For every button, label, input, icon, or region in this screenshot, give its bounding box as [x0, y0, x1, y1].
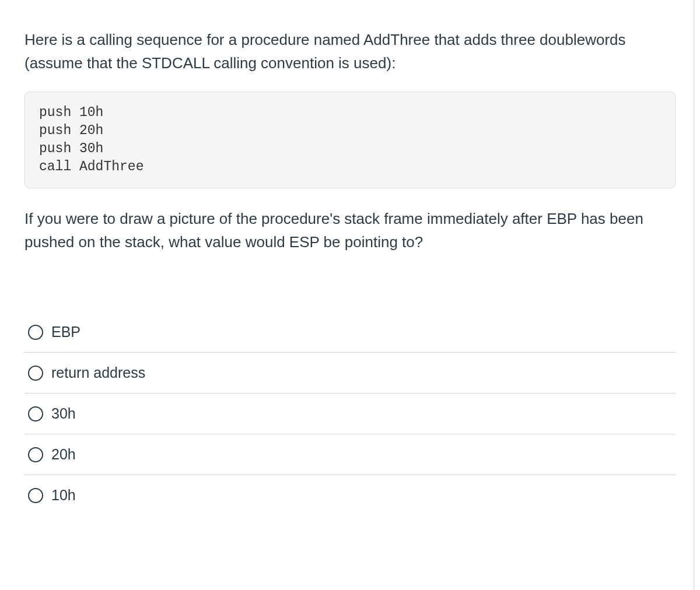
radio-icon[interactable]: [28, 325, 43, 340]
options-list: EBP return address 30h 20h 10h: [24, 312, 676, 515]
code-block: push 10h push 20h push 30h call AddThree: [24, 92, 676, 188]
option-label: return address: [51, 364, 145, 381]
option-label: 30h: [51, 405, 76, 422]
option-row[interactable]: return address: [24, 353, 676, 394]
option-row[interactable]: EBP: [24, 312, 676, 353]
question-intro: Here is a calling sequence for a procedu…: [24, 28, 676, 75]
option-row[interactable]: 30h: [24, 394, 676, 434]
radio-icon[interactable]: [28, 406, 43, 422]
option-row[interactable]: 20h: [24, 434, 676, 475]
option-label: 20h: [51, 446, 76, 463]
radio-icon[interactable]: [28, 488, 43, 503]
option-label: EBP: [51, 324, 80, 340]
option-label: 10h: [51, 487, 76, 504]
question-prompt: If you were to draw a picture of the pro…: [24, 207, 676, 254]
radio-icon[interactable]: [28, 366, 43, 381]
radio-icon[interactable]: [28, 447, 43, 462]
option-row[interactable]: 10h: [24, 475, 676, 515]
